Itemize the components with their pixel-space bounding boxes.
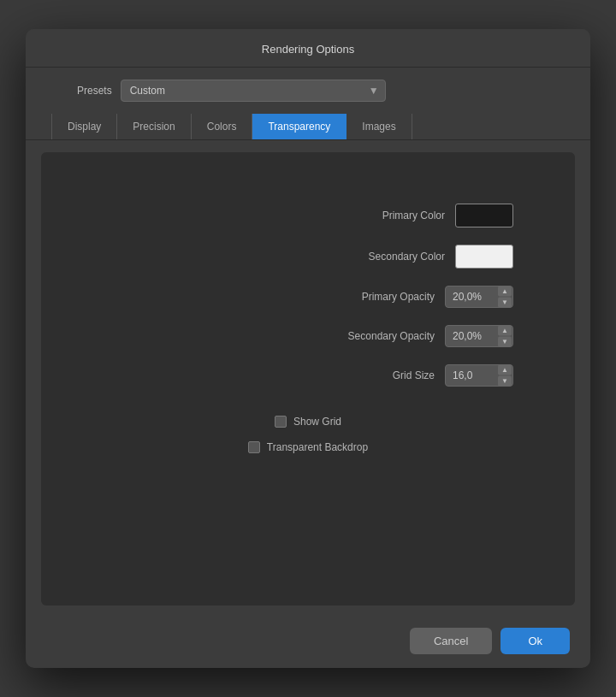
presets-select-wrapper: Custom Default High Quality Low Quality … [121,80,386,102]
secondary-opacity-arrows: ▲ ▼ [498,326,512,347]
tab-display[interactable]: Display [51,114,117,139]
presets-select[interactable]: Custom Default High Quality Low Quality [121,80,386,102]
tabs-row: Display Precision Colors Transparency Im… [26,114,590,140]
rendering-options-dialog: Rendering Options Presets Custom Default… [26,29,590,668]
tab-colors[interactable]: Colors [192,114,253,139]
transparent-backdrop-label: Transparent Backdrop [267,441,368,453]
transparent-backdrop-checkbox[interactable] [248,441,260,453]
grid-size-down[interactable]: ▼ [498,376,512,387]
secondary-opacity-spinbox-wrapper: ▲ ▼ [445,325,513,347]
tab-precision[interactable]: Precision [117,114,191,139]
ok-button[interactable]: Ok [500,628,570,654]
dialog-title: Rendering Options [262,43,354,56]
primary-opacity-arrows: ▲ ▼ [498,286,512,308]
grid-size-arrows: ▲ ▼ [498,365,512,387]
presets-row: Presets Custom Default High Quality Low … [26,68,590,114]
primary-opacity-label: Primary Opacity [315,291,435,303]
cancel-button[interactable]: Cancel [410,628,492,654]
secondary-opacity-up[interactable]: ▲ [498,326,512,336]
form-section: Primary Color Secondary Color Primary Op… [103,178,513,453]
primary-opacity-row: Primary Opacity ▲ ▼ [103,286,513,308]
dialog-title-bar: Rendering Options [26,29,590,68]
tab-transparency[interactable]: Transparency [252,114,346,139]
secondary-color-swatch[interactable] [455,245,513,269]
grid-size-label: Grid Size [315,369,435,381]
primary-opacity-down[interactable]: ▼ [498,298,512,308]
show-grid-label: Show Grid [293,416,341,428]
grid-size-up[interactable]: ▲ [498,365,512,375]
show-grid-container[interactable]: Show Grid [275,416,341,428]
dialog-footer: Cancel Ok [26,617,590,668]
secondary-opacity-down[interactable]: ▼ [498,337,512,347]
primary-opacity-spinbox-wrapper: ▲ ▼ [445,286,513,308]
presets-label: Presets [77,85,112,97]
secondary-opacity-row: Secondary Opacity ▲ ▼ [103,325,513,347]
transparent-backdrop-container[interactable]: Transparent Backdrop [248,441,368,453]
primary-color-row: Primary Color [103,204,513,227]
checkboxes-section: Show Grid Transparent Backdrop [103,416,513,453]
secondary-opacity-label: Secondary Opacity [315,330,435,342]
content-panel: Primary Color Secondary Color Primary Op… [41,152,575,605]
grid-size-spinbox-wrapper: ▲ ▼ [445,364,513,387]
tab-images[interactable]: Images [346,114,412,139]
grid-size-row: Grid Size ▲ ▼ [103,364,513,387]
secondary-color-row: Secondary Color [103,245,513,269]
show-grid-checkbox[interactable] [275,416,287,428]
primary-opacity-up[interactable]: ▲ [498,286,512,297]
primary-color-swatch[interactable] [455,204,513,227]
primary-color-label: Primary Color [325,210,445,222]
secondary-color-label: Secondary Color [325,251,445,263]
